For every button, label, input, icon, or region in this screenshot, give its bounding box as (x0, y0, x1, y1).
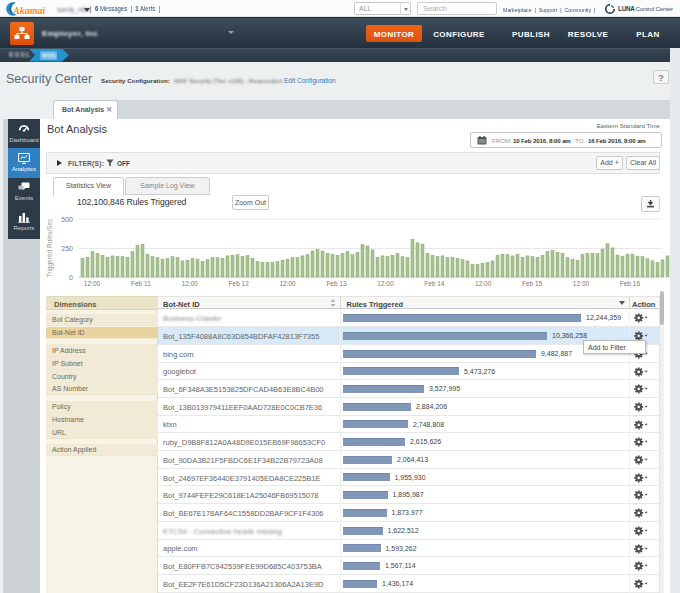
svg-text:12:00: 12:00 (84, 280, 101, 287)
svg-text:Akamai: Akamai (12, 5, 45, 16)
svg-text:12:00: 12:00 (377, 280, 394, 287)
svg-text:500: 500 (61, 216, 73, 223)
svg-text:Feb 16: Feb 16 (620, 280, 641, 287)
svg-text:0: 0 (69, 274, 73, 281)
svg-text:250: 250 (61, 245, 73, 252)
svg-text:Feb 15: Feb 15 (522, 280, 543, 287)
svg-text:12:00: 12:00 (573, 280, 590, 287)
svg-text:12:00: 12:00 (279, 280, 296, 287)
svg-text:Triggered Rules/Sec: Triggered Rules/Sec (46, 218, 54, 278)
svg-text:12:00: 12:00 (475, 280, 492, 287)
svg-text:Feb 13: Feb 13 (326, 280, 347, 287)
svg-text:12:00: 12:00 (182, 280, 199, 287)
svg-text:Feb 12: Feb 12 (229, 280, 250, 287)
svg-text:Feb 11: Feb 11 (131, 280, 151, 287)
svg-text:Feb 14: Feb 14 (424, 280, 445, 287)
